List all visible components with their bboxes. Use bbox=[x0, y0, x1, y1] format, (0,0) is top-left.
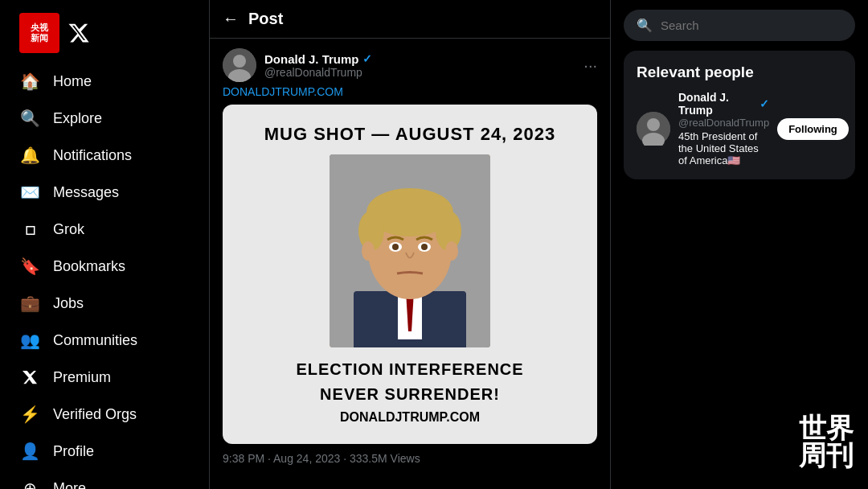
username: @realDonaldTrump bbox=[264, 66, 372, 79]
svg-point-15 bbox=[421, 244, 428, 250]
sidebar-item-label: Grok bbox=[53, 221, 84, 238]
tweet-meta: 9:38 PM · Aug 24, 2023 · 333.5M Views bbox=[223, 452, 597, 465]
sidebar-item-bookmarks[interactable]: 🔖 Bookmarks bbox=[10, 248, 199, 285]
sidebar-item-label: More bbox=[53, 480, 86, 490]
more-icon: ⊕ bbox=[19, 478, 40, 489]
sidebar-item-label: Home bbox=[53, 73, 92, 90]
svg-point-19 bbox=[647, 118, 660, 131]
search-bar[interactable]: 🔍 bbox=[624, 10, 855, 41]
search-input[interactable] bbox=[661, 18, 842, 32]
person-name: Donald J. Trump ✓ bbox=[678, 91, 769, 117]
explore-icon: 🔍 bbox=[19, 108, 40, 129]
person-row: Donald J. Trump ✓ @realDonaldTrump 45th … bbox=[637, 91, 842, 166]
mail-icon: ✉️ bbox=[19, 182, 40, 203]
follow-button[interactable]: Following bbox=[777, 118, 849, 140]
sidebar-item-label: Notifications bbox=[53, 147, 132, 164]
sidebar-item-explore[interactable]: 🔍 Explore bbox=[10, 100, 199, 137]
home-icon: 🏠 bbox=[19, 71, 40, 92]
back-button[interactable]: ← bbox=[223, 10, 239, 28]
x-premium-icon bbox=[19, 367, 40, 388]
svg-point-1 bbox=[233, 55, 246, 68]
person-bio: 45th President of the United States of A… bbox=[678, 130, 769, 166]
avatar bbox=[223, 48, 256, 82]
sidebar-item-label: Communities bbox=[53, 332, 137, 349]
mug-shot-card: MUG SHOT — AUGUST 24, 2023 bbox=[223, 105, 597, 444]
svg-point-14 bbox=[392, 244, 399, 250]
tweet-user-row: Donald J. Trump ✓ @realDonaldTrump ··· bbox=[223, 48, 597, 82]
sidebar-item-profile[interactable]: 👤 Profile bbox=[10, 433, 199, 470]
post-header: ← Post bbox=[210, 0, 610, 39]
sidebar-item-label: Premium bbox=[53, 369, 111, 386]
sidebar-item-messages[interactable]: ✉️ Messages bbox=[10, 174, 199, 211]
post-page-title: Post bbox=[248, 10, 283, 28]
sidebar-item-label: Verified Orgs bbox=[53, 406, 137, 423]
tweet-views: 333.5M Views bbox=[350, 452, 420, 465]
mug-surrender-text: NEVER SURRENDER! bbox=[242, 385, 578, 404]
sidebar: 央视 新闻 🏠 Home 🔍 Explore 🔔 Notifications ✉… bbox=[0, 0, 209, 489]
mug-election-text: ELECTION INTERFERENCE bbox=[242, 360, 578, 379]
relevant-people-title: Relevant people bbox=[637, 64, 842, 81]
verified-badge: ✓ bbox=[362, 52, 372, 65]
sidebar-item-communities[interactable]: 👥 Communities bbox=[10, 322, 199, 359]
sidebar-item-more[interactable]: ⊕ More bbox=[10, 470, 199, 489]
display-name: Donald J. Trump ✓ bbox=[264, 52, 372, 66]
sidebar-item-premium[interactable]: Premium bbox=[10, 359, 199, 396]
tweet-time: 9:38 PM · Aug 24, 2023 bbox=[223, 452, 340, 465]
tweet-area: Donald J. Trump ✓ @realDonaldTrump ··· D… bbox=[210, 39, 610, 489]
main-content: ← Post Donald J. Trump ✓ @realDon bbox=[209, 0, 611, 489]
right-panel: 🔍 Relevant people Donald J. Trump ✓ @rea… bbox=[611, 0, 868, 489]
person-info: Donald J. Trump ✓ @realDonaldTrump 45th … bbox=[678, 91, 769, 166]
relevant-people-section: Relevant people Donald J. Trump ✓ @realD… bbox=[624, 51, 855, 179]
logo-area: 央视 新闻 bbox=[10, 6, 199, 60]
sidebar-item-jobs[interactable]: 💼 Jobs bbox=[10, 285, 199, 322]
jobs-icon: 💼 bbox=[19, 293, 40, 314]
sidebar-item-label: Jobs bbox=[53, 295, 84, 312]
watermark-line1: 世界 bbox=[799, 415, 854, 442]
x-logo bbox=[66, 20, 92, 46]
verified-orgs-icon: ⚡ bbox=[19, 404, 40, 425]
tweet-user-info: Donald J. Trump ✓ @realDonaldTrump bbox=[223, 48, 372, 82]
sidebar-item-notifications[interactable]: 🔔 Notifications bbox=[10, 137, 199, 174]
sidebar-item-home[interactable]: 🏠 Home bbox=[10, 63, 199, 100]
tweet-more-button[interactable]: ··· bbox=[583, 56, 597, 75]
mug-shot-title: MUG SHOT — AUGUST 24, 2023 bbox=[242, 124, 578, 145]
sidebar-item-grok[interactable]: ◻ Grok bbox=[10, 211, 199, 248]
mug-url-text: DONALDJTRUMP.COM bbox=[242, 410, 578, 425]
communities-icon: 👥 bbox=[19, 330, 40, 351]
watermark-container: 世界 周刊 bbox=[792, 412, 860, 473]
sidebar-item-label: Profile bbox=[53, 443, 94, 460]
mug-shot-image bbox=[330, 154, 490, 347]
user-details: Donald J. Trump ✓ @realDonaldTrump bbox=[264, 52, 372, 79]
bookmark-icon: 🔖 bbox=[19, 256, 40, 277]
bell-icon: 🔔 bbox=[19, 145, 40, 166]
grok-icon: ◻ bbox=[19, 219, 40, 240]
sidebar-item-label: Messages bbox=[53, 184, 119, 201]
svg-point-16 bbox=[362, 241, 375, 261]
cctv-logo: 央视 新闻 bbox=[19, 13, 59, 53]
sidebar-item-label: Bookmarks bbox=[53, 258, 125, 275]
profile-icon: 👤 bbox=[19, 441, 40, 462]
search-icon: 🔍 bbox=[637, 18, 653, 33]
cctv-watermark: 世界 周刊 bbox=[792, 412, 860, 473]
tweet-link[interactable]: DONALDJTRUMP.COM bbox=[223, 85, 597, 98]
sidebar-item-label: Explore bbox=[53, 110, 102, 127]
watermark-line2: 周刊 bbox=[799, 442, 854, 470]
svg-point-17 bbox=[445, 241, 458, 261]
person-avatar bbox=[637, 112, 670, 146]
person-verified-badge: ✓ bbox=[760, 97, 769, 110]
sidebar-item-verified-orgs[interactable]: ⚡ Verified Orgs bbox=[10, 396, 199, 433]
person-handle: @realDonaldTrump bbox=[678, 117, 769, 129]
